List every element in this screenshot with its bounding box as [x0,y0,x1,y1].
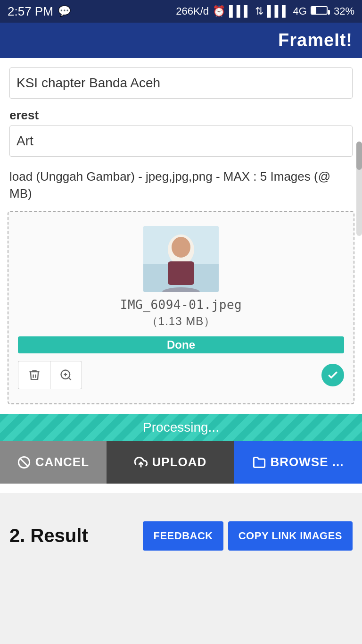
zoom-icon [59,368,73,382]
status-bar: 2:57 PM 💬 266K/d ⏰ ▌▌▌ ⇅ ▌▌▌ 4G 32% [0,0,362,23]
browse-button[interactable]: BROWSE ... [234,441,362,484]
status-right: 266K/d ⏰ ▌▌▌ ⇅ ▌▌▌ 4G 32% [176,5,354,17]
image-preview [143,226,219,292]
whatsapp-icon: 💬 [58,5,71,17]
progress-bar: Done [18,336,344,353]
trash-icon [28,368,41,382]
scrollbar-thumb[interactable] [356,142,362,170]
network-badge: 4G [293,5,307,17]
result-title: 2. Result [9,525,88,546]
alarm-icon: ⏰ [213,5,225,17]
feedback-button[interactable]: FEEDBACK [143,521,223,551]
signal2-icon: ▌▌▌ [267,5,289,17]
processing-bar: Processing... [0,414,362,441]
battery-icon [311,5,330,17]
result-buttons: FEEDBACK COPY LINK IMAGES [143,521,353,551]
upload-zone-wrapper[interactable]: IMG_6094-01.jpeg （1.13 MB） Done [0,206,362,409]
status-left: 2:57 PM 💬 [8,4,71,19]
time-display: 2:57 PM [8,4,53,19]
preview-svg [143,226,219,292]
bottom-actions: CANCEL UPLOAD BROWSE ... [0,441,362,484]
folder-icon [253,456,266,469]
icon-buttons-group [18,361,82,389]
delete-button[interactable] [18,361,50,389]
scrollbar-track[interactable] [356,142,362,236]
main-content: erest load (Unggah Gambar) - jpeg,jpg,pn… [0,58,362,493]
arrows-icon: ⇅ [255,5,263,17]
svg-line-11 [20,459,28,466]
upload-dropzone[interactable]: IMG_6094-01.jpeg （1.13 MB） Done [8,211,354,404]
svg-point-3 [172,237,190,258]
upload-icon [134,456,148,469]
battery-percent: 32% [334,5,354,17]
action-row [18,361,344,389]
copy-link-button[interactable]: COPY LINK IMAGES [228,521,353,551]
interest-label: erest [9,108,353,123]
result-header: 2. Result FEEDBACK COPY LINK IMAGES [9,521,353,551]
cancel-button[interactable]: CANCEL [0,441,107,484]
file-size: （1.13 MB） [147,314,215,329]
cancel-icon [17,456,31,469]
svg-line-7 [68,377,71,380]
file-name: IMG_6094-01.jpeg [120,298,242,312]
result-section: 2. Result FEEDBACK COPY LINK IMAGES [0,493,362,625]
chapter-input[interactable] [9,67,353,99]
signal-icon: ▌▌▌ [229,5,251,17]
svg-rect-4 [168,261,194,285]
input-section: erest [0,58,362,160]
data-speed: 266K/d [176,5,209,17]
app-header: FrameIt! [0,23,362,58]
check-complete-icon [321,364,344,386]
zoom-button[interactable] [50,361,82,389]
upload-button[interactable]: UPLOAD [107,441,234,484]
checkmark-icon [327,369,339,381]
upload-label: load (Unggah Gambar) - jpeg,jpg,png - MA… [0,160,362,206]
interest-input[interactable] [9,125,353,157]
app-title: FrameIt! [278,30,353,50]
